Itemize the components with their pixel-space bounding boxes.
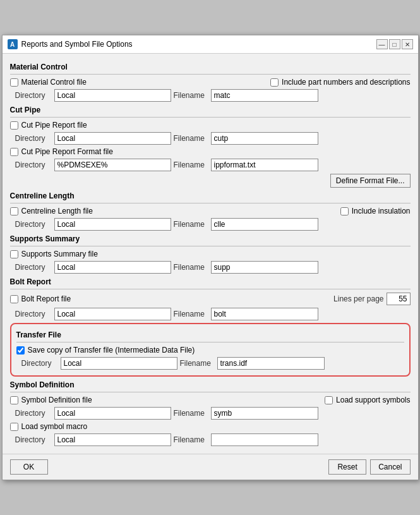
save-transfer-file-text: Save copy of Transfer file (Intermediate…	[28, 346, 195, 354]
material-control-dir-label: Directory	[15, 91, 52, 100]
symbol-definition-checkbox-row: Symbol Definition file Load support symb…	[10, 396, 411, 404]
supports-summary-file-checkbox[interactable]	[10, 250, 18, 258]
cut-pipe-format-checkbox-label[interactable]: Cut Pipe Report Format file	[10, 147, 113, 156]
centreline-heading: Centreline Length	[10, 191, 411, 200]
include-insulation-text: Include insulation	[352, 207, 411, 215]
material-control-file-checkbox[interactable]	[10, 78, 18, 87]
symbol-definition-filename-input[interactable]	[211, 407, 318, 420]
lines-per-page-input[interactable]	[387, 293, 411, 305]
ok-button[interactable]: OK	[10, 459, 48, 475]
cut-pipe-report-filename-label: Filename	[174, 134, 208, 143]
symbol-definition-heading: Symbol Definition	[10, 380, 411, 389]
bolt-report-dir-label: Directory	[15, 310, 52, 318]
bolt-report-dir-input[interactable]	[54, 308, 171, 320]
centreline-dir-input[interactable]	[54, 218, 171, 231]
supports-summary-heading: Supports Summary	[10, 234, 411, 243]
include-part-numbers-label[interactable]: Include part numbers and descriptions	[270, 78, 410, 87]
cut-pipe-report-dir-row: Directory Filename	[10, 132, 411, 145]
material-control-checkbox-row: Material Control file Include part numbe…	[10, 78, 411, 87]
bolt-report-file-checkbox[interactable]	[10, 295, 18, 303]
material-control-filename-input[interactable]	[211, 89, 318, 102]
symbol-def-file-checkbox-label[interactable]: Symbol Definition file	[10, 396, 92, 404]
bolt-report-filename-input[interactable]	[211, 308, 318, 320]
save-transfer-file-checkbox[interactable]	[16, 346, 25, 354]
material-control-filename-label: Filename	[174, 91, 208, 100]
close-button[interactable]: ✕	[402, 39, 413, 49]
transfer-file-checkbox-row: Save copy of Transfer file (Intermediate…	[16, 346, 404, 354]
cut-pipe-format-checkbox-row: Cut Pipe Report Format file	[10, 147, 411, 156]
transfer-file-filename-input[interactable]	[217, 357, 325, 370]
minimize-button[interactable]: —	[376, 39, 388, 49]
symbol-def-file-checkbox[interactable]	[10, 396, 18, 404]
titlebar-left: A Reports and Symbol File Options	[8, 39, 133, 49]
save-transfer-file-checkbox-label[interactable]: Save copy of Transfer file (Intermediate…	[16, 346, 195, 354]
material-control-heading: Material Control	[10, 63, 411, 71]
centreline-file-checkbox-label[interactable]: Centreline Length file	[10, 207, 93, 215]
centreline-filename-input[interactable]	[211, 218, 318, 231]
cut-pipe-format-checkbox[interactable]	[10, 148, 18, 156]
supports-summary-dir-input[interactable]	[54, 261, 171, 274]
cut-pipe-report-checkbox-label[interactable]: Cut Pipe Report file	[10, 121, 87, 130]
load-support-symbols-checkbox-label[interactable]: Load support symbols	[325, 396, 410, 404]
app-icon: A	[8, 39, 18, 49]
include-part-numbers-text: Include part numbers and descriptions	[282, 78, 410, 87]
cut-pipe-report-text: Cut Pipe Report file	[21, 121, 87, 130]
material-control-file-checkbox-label[interactable]: Material Control file	[10, 78, 87, 87]
transfer-file-section: Transfer File Save copy of Transfer file…	[10, 323, 411, 377]
include-part-numbers-checkbox[interactable]	[270, 78, 279, 87]
footer: OK Reset Cancel	[3, 454, 418, 480]
symbol-macro-filename-input[interactable]	[211, 433, 318, 446]
cancel-button[interactable]: Cancel	[370, 459, 410, 475]
symbol-definition-dir-input[interactable]	[54, 407, 171, 420]
include-insulation-checkbox[interactable]	[340, 207, 349, 215]
material-control-divider	[10, 74, 411, 75]
content-area: Material Control Material Control file I…	[3, 54, 418, 454]
centreline-divider	[10, 203, 411, 203]
maximize-button[interactable]: □	[389, 39, 400, 49]
symbol-definition-dir-label: Directory	[15, 409, 52, 418]
bolt-report-file-checkbox-label[interactable]: Bolt Report file	[10, 294, 71, 303]
bolt-report-filename-label: Filename	[174, 310, 208, 318]
footer-left: OK	[10, 459, 48, 475]
cut-pipe-format-dir-input[interactable]	[54, 159, 171, 171]
cut-pipe-report-checkbox[interactable]	[10, 121, 18, 130]
supports-summary-divider	[10, 246, 411, 246]
supports-summary-checkbox-row: Supports Summary file	[10, 250, 411, 258]
centreline-dir-row: Directory Filename	[10, 218, 411, 231]
cut-pipe-report-filename-input[interactable]	[211, 132, 318, 145]
cut-pipe-format-filename-input[interactable]	[211, 159, 318, 171]
symbol-definition-dir-row: Directory Filename	[10, 407, 411, 420]
cut-pipe-format-filename-label: Filename	[174, 161, 208, 169]
define-format-row: Define Format File...	[10, 174, 411, 188]
define-format-button[interactable]: Define Format File...	[330, 174, 411, 188]
symbol-def-file-text: Symbol Definition file	[21, 396, 92, 404]
cut-pipe-report-dir-input[interactable]	[54, 132, 171, 145]
supports-summary-file-checkbox-label[interactable]: Supports Summary file	[10, 250, 98, 258]
material-control-dir-input[interactable]	[54, 89, 171, 102]
centreline-file-text: Centreline Length file	[21, 207, 93, 215]
include-insulation-checkbox-label[interactable]: Include insulation	[340, 207, 411, 215]
transfer-file-dir-label: Directory	[21, 359, 58, 368]
cut-pipe-format-text: Cut Pipe Report Format file	[21, 147, 113, 156]
symbol-definition-filename-label: Filename	[174, 409, 208, 418]
bolt-report-heading: Bolt Report	[10, 277, 411, 286]
load-symbol-macro-checkbox-label[interactable]: Load symbol macro	[10, 422, 88, 431]
transfer-file-dir-input[interactable]	[61, 357, 177, 370]
supports-summary-filename-input[interactable]	[211, 261, 318, 274]
bolt-report-divider	[10, 289, 411, 289]
material-control-dir-row: Directory Filename	[10, 89, 411, 102]
cut-pipe-heading: Cut Pipe	[10, 106, 411, 114]
symbol-macro-dir-input[interactable]	[54, 433, 171, 446]
window-title: Reports and Symbol File Options	[21, 40, 133, 49]
symbol-macro-dir-row: Directory Filename	[10, 433, 411, 446]
transfer-file-filename-label: Filename	[180, 359, 215, 368]
bolt-report-dir-row: Directory Filename	[10, 308, 411, 320]
titlebar-controls: — □ ✕	[376, 39, 413, 49]
cut-pipe-divider	[10, 117, 411, 118]
centreline-file-checkbox[interactable]	[10, 207, 18, 215]
load-support-symbols-checkbox[interactable]	[325, 396, 333, 404]
reset-button[interactable]: Reset	[328, 459, 366, 475]
transfer-file-divider	[16, 342, 404, 342]
lines-per-page-label: Lines per page	[333, 294, 383, 303]
load-symbol-macro-checkbox[interactable]	[10, 423, 18, 431]
